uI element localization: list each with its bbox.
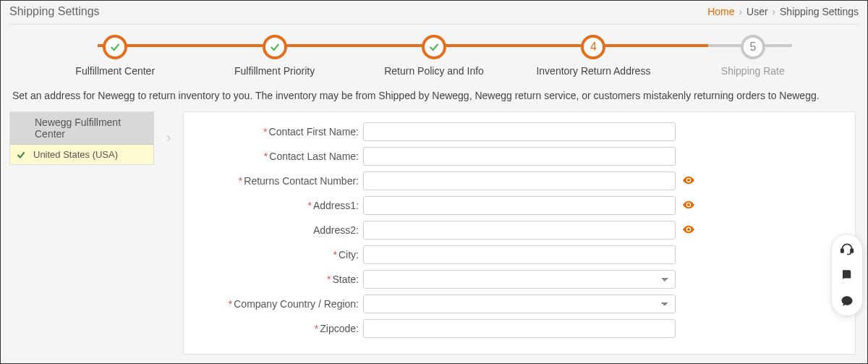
breadcrumb-current: Shipping Settings — [780, 6, 859, 17]
fulfillment-center-item-usa[interactable]: United States (USA) — [10, 145, 153, 164]
label-address1: *Address1: — [198, 200, 363, 211]
step-circle: 5 — [741, 35, 765, 59]
page-description: Set an address for Newegg to return inve… — [7, 82, 861, 111]
label-returns-contact-number: *Returns Contact Number: — [198, 175, 363, 187]
breadcrumb-home[interactable]: Home — [707, 6, 734, 17]
breadcrumb: Home › User › Shipping Settings — [707, 6, 859, 17]
returns-contact-number-input[interactable] — [363, 172, 676, 190]
chevron-right-icon[interactable]: › — [166, 129, 171, 145]
chevron-right-icon: › — [739, 6, 742, 17]
step-fulfillment-center[interactable]: Fulfillment Center — [35, 35, 195, 77]
step-shipping-rate[interactable]: 5 Shipping Rate — [673, 35, 833, 77]
check-icon — [16, 150, 26, 160]
eye-icon[interactable] — [683, 200, 694, 211]
step-label: Fulfillment Priority — [234, 65, 315, 77]
zipcode-input[interactable] — [363, 319, 676, 338]
svg-rect-1 — [851, 249, 853, 253]
divider — [9, 24, 859, 25]
label-address2: Address2: — [198, 224, 363, 236]
help-widget — [831, 234, 863, 316]
address1-input[interactable] — [363, 196, 676, 215]
check-icon — [428, 41, 440, 53]
contact-last-name-input[interactable] — [363, 147, 676, 166]
eye-icon[interactable] — [683, 224, 694, 236]
eye-icon[interactable] — [683, 175, 694, 187]
label-contact-first-name: *Contact First Name: — [198, 126, 363, 137]
label-city: *City: — [198, 249, 363, 261]
city-input[interactable] — [363, 245, 676, 264]
step-fulfillment-priority[interactable]: Fulfillment Priority — [195, 35, 354, 77]
country-select[interactable] — [363, 295, 676, 313]
fulfillment-center-list-header: Newegg Fulfillment Center — [10, 112, 153, 145]
step-connector — [271, 44, 445, 47]
step-label: Inventory Return Address — [536, 65, 650, 77]
page-title: Shipping Settings — [9, 5, 100, 18]
book-icon[interactable] — [840, 268, 854, 282]
step-label: Fulfillment Center — [75, 65, 155, 77]
label-country: *Company Country / Region: — [198, 298, 363, 310]
contact-first-name-input[interactable] — [363, 122, 676, 141]
support-headset-icon[interactable] — [840, 242, 854, 256]
step-circle — [422, 35, 446, 59]
fulfillment-center-item-label: United States (USA) — [33, 149, 118, 160]
step-label: Shipping Rate — [721, 65, 785, 77]
label-state: *State: — [198, 274, 363, 285]
address2-input[interactable] — [363, 221, 676, 240]
step-circle: 4 — [581, 35, 605, 59]
label-contact-last-name: *Contact Last Name: — [198, 151, 363, 162]
step-connector — [618, 44, 708, 47]
svg-rect-0 — [841, 249, 843, 253]
state-select[interactable] — [363, 270, 676, 289]
wizard-stepper: Fulfillment Center Fulfillment Priority … — [7, 32, 861, 82]
step-label: Return Policy and Info — [384, 65, 484, 77]
chat-bubble-icon[interactable] — [840, 294, 854, 308]
step-circle — [103, 35, 127, 59]
inventory-return-form: *Contact First Name: *Contact Last Name:… — [183, 111, 856, 355]
step-circle — [263, 35, 287, 59]
check-icon — [269, 41, 281, 53]
breadcrumb-user[interactable]: User — [746, 6, 768, 17]
chevron-right-icon: › — [772, 6, 775, 17]
step-inventory-return-address[interactable]: 4 Inventory Return Address — [514, 35, 673, 77]
fulfillment-center-list: Newegg Fulfillment Center United States … — [9, 111, 154, 165]
step-return-policy[interactable]: Return Policy and Info — [354, 35, 514, 77]
label-zipcode: *Zipcode: — [198, 323, 363, 334]
check-icon — [109, 41, 121, 53]
